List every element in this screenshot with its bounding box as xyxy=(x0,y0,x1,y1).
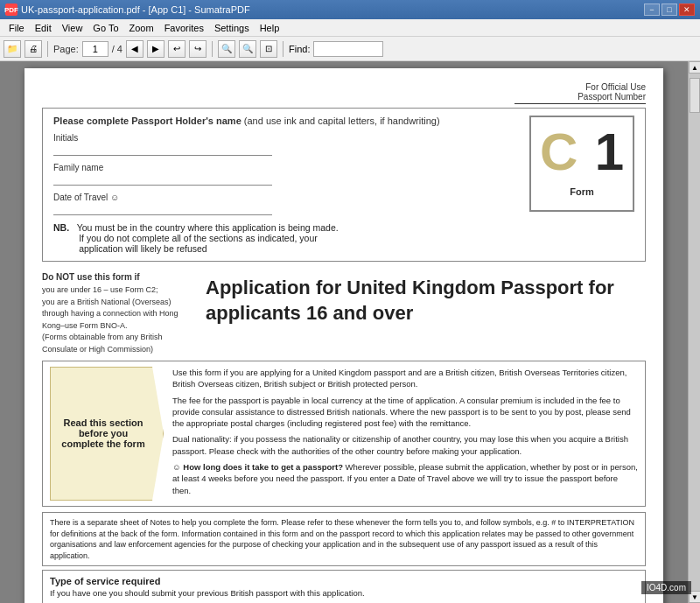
next-page-button[interactable]: ▶ xyxy=(147,40,164,58)
read-section: Read this section before you complete th… xyxy=(42,361,646,507)
passport-number-label: Passport Number xyxy=(514,92,646,102)
toolbar-divider-2 xyxy=(212,41,213,57)
scroll-thumb[interactable] xyxy=(690,78,700,113)
service-section: Type of service required If you have one… xyxy=(42,570,646,603)
read-text-2: The fee for the passport is payable in l… xyxy=(172,395,638,430)
scroll-up-button[interactable]: ▲ xyxy=(689,61,700,74)
minimize-button[interactable]: − xyxy=(644,4,660,16)
menu-help[interactable]: Help xyxy=(255,21,285,35)
app-title-heading: Application for United Kingdom Passport … xyxy=(206,276,646,326)
window-title: UK-passport-application.pdf - [App C1] -… xyxy=(21,4,250,15)
menu-goto[interactable]: Go To xyxy=(88,21,123,35)
read-text-4: ☺ How long does it take to get a passpor… xyxy=(172,461,638,496)
family-name-line xyxy=(53,173,272,186)
donot-section: Do NOT use this form if you are under 16… xyxy=(42,272,195,355)
form-badge: C 1 Form xyxy=(529,116,634,212)
title-section: Do NOT use this form if you are under 16… xyxy=(42,269,646,355)
toolbar-divider-1 xyxy=(47,41,48,57)
pdf-page: For Official Use Passport Number C 1 For… xyxy=(24,68,663,603)
app-title-section: Application for United Kingdom Passport … xyxy=(206,269,646,333)
title-bar: PDF UK-passport-application.pdf - [App C… xyxy=(0,0,700,19)
toolbar-divider-3 xyxy=(283,41,284,57)
official-use-title: For Official Use xyxy=(514,82,646,92)
app-icon: PDF xyxy=(5,4,18,16)
toolbar: 📁 🖨 Page: / 4 ◀ ▶ ↩ ↪ 🔍 🔍 ⊡ Find: xyxy=(0,37,700,61)
holder-section: C 1 Form Please complete Passport Holder… xyxy=(42,108,646,262)
find-label: Find: xyxy=(289,44,310,54)
menu-edit[interactable]: Edit xyxy=(30,21,57,35)
form-badge-label: Form xyxy=(570,186,594,197)
menu-zoom[interactable]: Zoom xyxy=(124,21,159,35)
zoom-fit-button[interactable]: ⊡ xyxy=(260,40,277,58)
back-button[interactable]: ↩ xyxy=(168,40,186,58)
maximize-button[interactable]: □ xyxy=(662,4,677,16)
menu-file[interactable]: File xyxy=(4,21,30,35)
read-callout: Read this section before you complete th… xyxy=(50,367,164,501)
title-bar-left: PDF UK-passport-application.pdf - [App C… xyxy=(5,4,250,16)
pdf-area[interactable]: For Official Use Passport Number C 1 For… xyxy=(0,61,688,603)
initials-line xyxy=(53,144,272,156)
menu-view[interactable]: View xyxy=(57,21,88,35)
official-use-box: For Official Use Passport Number xyxy=(514,82,646,104)
date-travel-line xyxy=(53,203,272,215)
zoom-in-button[interactable]: 🔍 xyxy=(239,40,256,58)
service-title: Type of service required xyxy=(50,576,638,586)
page-label: Page: xyxy=(53,44,79,54)
menu-settings[interactable]: Settings xyxy=(209,21,255,35)
form-badge-c: C xyxy=(540,126,578,179)
find-input[interactable] xyxy=(313,41,383,57)
window-controls: − □ ✕ xyxy=(644,4,695,16)
passport-number-line xyxy=(514,103,646,104)
close-button[interactable]: ✕ xyxy=(679,4,695,16)
read-text-area: Use this form if you are applying for a … xyxy=(172,367,638,501)
form-badge-1: 1 xyxy=(595,126,624,179)
page-input[interactable] xyxy=(82,41,108,57)
forward-button[interactable]: ↪ xyxy=(189,40,206,58)
read-text-3: Dual nationality: if you possess the nat… xyxy=(172,433,638,457)
page-total: / 4 xyxy=(112,44,122,54)
info-text: There is a separate sheet of Notes to he… xyxy=(42,512,646,566)
menu-favorites[interactable]: Favorites xyxy=(159,21,209,35)
donot-text: you are under 16 – use Form C2; you are … xyxy=(42,284,195,355)
watermark: IO4D.com xyxy=(641,581,691,594)
toolbar-open-button[interactable]: 📁 xyxy=(4,40,21,58)
service-sub: If you have one you should submit your p… xyxy=(50,588,638,598)
zoom-out-button[interactable]: 🔍 xyxy=(218,40,235,58)
nb-section: NB. You must be in the country where thi… xyxy=(53,222,634,254)
read-text-1: Use this form if you are applying for a … xyxy=(172,367,638,390)
menu-bar: File Edit View Go To Zoom Favorites Sett… xyxy=(0,19,700,37)
donot-title: Do NOT use this form if xyxy=(42,272,195,282)
main-area: For Official Use Passport Number C 1 For… xyxy=(0,61,700,603)
scroll-track[interactable] xyxy=(689,74,700,591)
prev-page-button[interactable]: ◀ xyxy=(126,40,144,58)
toolbar-print-button[interactable]: 🖨 xyxy=(24,40,42,58)
scrollbar[interactable]: ▲ ▼ xyxy=(688,61,700,603)
